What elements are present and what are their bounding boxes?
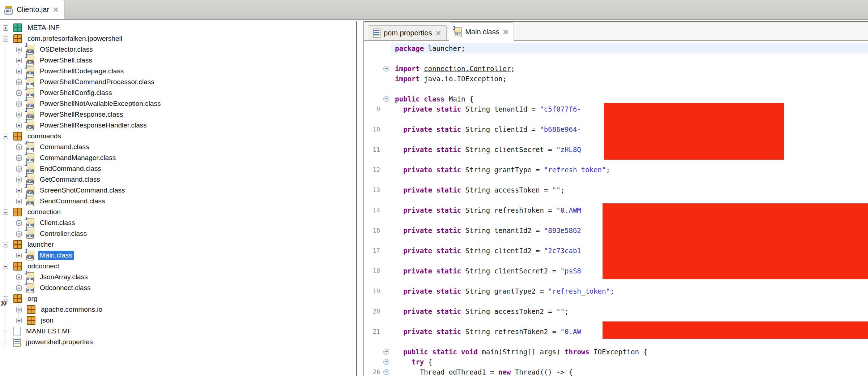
code-token: ; — [610, 287, 614, 295]
tree-item-screenshotcommand-class[interactable]: +ScreenShotCommand.class — [0, 185, 356, 196]
tree-item-commandmanager-class[interactable]: +CommandManager.class — [0, 152, 356, 163]
keyword-token: static — [436, 287, 461, 295]
tree-item-sendcommand-class[interactable]: +SendCommand.class — [0, 196, 356, 207]
fold-collapse-icon[interactable]: − — [383, 359, 389, 365]
class-file-icon — [27, 229, 34, 238]
tree-item-getcommand-class[interactable]: +GetCommand.class — [0, 174, 356, 185]
expand-toggle-icon[interactable]: + — [16, 199, 22, 204]
expand-toggle-icon[interactable]: + — [16, 58, 22, 63]
tree-item-powershellcodepage-class[interactable]: +PowerShellCodepage.class — [0, 66, 356, 77]
tree-item-label: SendCommand.class — [38, 196, 107, 206]
package-icon — [13, 132, 22, 141]
tree-item-label: json — [39, 316, 55, 325]
expand-toggle-icon[interactable]: + — [16, 220, 22, 226]
code-token: ; — [511, 65, 515, 73]
expand-toggle-icon[interactable]: + — [16, 155, 22, 161]
tree-item-label: PowerShellResponseHandler.class — [38, 121, 149, 130]
tree-item-label: OSDetector.class — [38, 45, 95, 54]
tree-item-powershellnotavailableexception-class[interactable]: +PowerShellNotAvailableException.class — [0, 98, 356, 109]
tree-item-osdetector-class[interactable]: +OSDetector.class — [0, 44, 356, 55]
code-line: package launcher; — [364, 43, 868, 53]
tree-item-jpowershell-properties[interactable]: jpowershell.properties — [0, 337, 356, 347]
expand-toggle-icon[interactable]: + — [16, 90, 22, 96]
code-token — [432, 328, 436, 336]
tree-item-odconnect[interactable]: −odconnect — [0, 261, 356, 272]
tree-item-connection[interactable]: −connection — [0, 207, 356, 217]
tree-item-apache-commons-io[interactable]: +apache.commons.io — [0, 304, 356, 315]
tree-item-commands[interactable]: −commands — [0, 131, 356, 142]
tree-item-jsonarray-class[interactable]: +JsonArray.class — [0, 272, 356, 282]
class-file-icon — [27, 66, 34, 76]
collapse-toggle-icon[interactable]: − — [3, 296, 8, 302]
tree-item-odconnect-class[interactable]: +Odconnect.class — [0, 282, 356, 293]
code-token — [432, 206, 436, 214]
package-icon — [13, 294, 22, 303]
tree-item-controller-class[interactable]: +Controller.class — [0, 228, 356, 239]
tree-item-com-profesorfalken-jpowershell[interactable]: −com.profesorfalken.jpowershell — [0, 33, 356, 44]
expand-toggle-icon[interactable]: + — [16, 285, 22, 291]
window-tab-title: Cliento.jar — [17, 5, 49, 14]
collapse-toggle-icon[interactable]: − — [3, 36, 8, 42]
expand-toggle-icon[interactable]: + — [16, 101, 22, 107]
code-token — [395, 105, 403, 113]
editor-tab-pom-properties[interactable]: pom.properties✕ — [368, 25, 447, 40]
expand-toggle-icon[interactable]: + — [16, 79, 22, 85]
expand-toggle-icon[interactable]: + — [16, 231, 22, 237]
tree-item-command-class[interactable]: +Command.class — [0, 142, 356, 152]
expand-toggle-icon[interactable]: + — [16, 144, 22, 150]
expand-toggle-icon[interactable]: + — [16, 112, 22, 117]
tree-item-org[interactable]: −org — [0, 293, 356, 304]
code-line — [364, 296, 868, 306]
expand-toggle-icon[interactable]: + — [16, 253, 22, 258]
collapse-toggle-icon[interactable]: − — [3, 242, 8, 247]
keyword-token: private — [403, 186, 432, 194]
fold-collapse-icon[interactable]: − — [383, 96, 389, 102]
tab-cliento-jar[interactable]: 010 Cliento.jar ✕ — [0, 0, 64, 19]
code-token: String grantType = — [461, 166, 544, 174]
expand-toggle-icon[interactable]: + — [16, 275, 22, 280]
tree-item-json[interactable]: +json — [0, 315, 356, 326]
code-token — [395, 226, 403, 234]
fold-collapse-icon[interactable]: − — [383, 66, 389, 72]
tree-item-endcommand-class[interactable]: +EndCommand.class — [0, 163, 356, 174]
fold-collapse-icon[interactable]: − — [383, 369, 389, 375]
string-token: "" — [552, 186, 561, 194]
redaction-block — [603, 203, 868, 279]
expand-toggle-icon[interactable]: + — [3, 25, 8, 31]
package-icon — [13, 23, 22, 32]
code-token: ; — [606, 166, 610, 174]
expand-toggle-icon[interactable]: + — [16, 318, 22, 323]
expand-toggle-icon[interactable]: + — [16, 123, 22, 128]
expand-toggle-icon[interactable]: + — [16, 69, 22, 74]
collapse-toggle-icon[interactable]: − — [3, 134, 8, 139]
package-tree-panel: +META-INF−com.profesorfalken.jpowershell… — [0, 21, 357, 376]
tree-item-powershellresponsehandler-class[interactable]: +PowerShellResponseHandler.class — [0, 120, 356, 131]
close-icon[interactable]: ✕ — [435, 30, 441, 37]
code-text: private static String grantType2 = "refr… — [391, 286, 868, 296]
tree-item-launcher[interactable]: −launcher — [0, 239, 356, 250]
collapse-toggle-icon[interactable]: − — [3, 264, 8, 269]
redaction-block — [604, 103, 784, 160]
tree-item-meta-inf[interactable]: +META-INF — [0, 22, 356, 33]
expand-toggle-icon[interactable]: + — [16, 47, 22, 52]
tree-item-main-class[interactable]: +Main.class — [0, 250, 356, 261]
keyword-token: private — [403, 328, 432, 336]
code-token: String clientSecret = — [461, 146, 556, 154]
type-link-token[interactable]: connection.Controller — [424, 65, 511, 73]
close-icon[interactable]: ✕ — [53, 6, 59, 13]
tree-item-powershellconfig-class[interactable]: +PowerShellConfig.class — [0, 87, 356, 98]
tree-item-client-class[interactable]: +Client.class — [0, 217, 356, 228]
expand-toggle-icon[interactable]: + — [16, 307, 22, 312]
tree-item-powershell-class[interactable]: +PowerShell.class — [0, 55, 356, 66]
editor-tab-main-class[interactable]: Main.class✕ — [449, 22, 514, 41]
tree-item-manifest-mf[interactable]: MANIFEST.MF — [0, 326, 356, 337]
tree-item-powershellresponse-class[interactable]: +PowerShellResponse.class — [0, 109, 356, 120]
fold-collapse-icon[interactable]: − — [383, 349, 389, 355]
expand-toggle-icon[interactable]: + — [16, 177, 22, 182]
tree-item-powershellcommandprocessor-class[interactable]: +PowerShellCommandProcessor.class — [0, 77, 356, 87]
close-icon[interactable]: ✕ — [503, 29, 509, 36]
expand-toggle-icon[interactable]: + — [16, 166, 22, 172]
expand-toggle-icon[interactable]: + — [16, 188, 22, 193]
collapse-toggle-icon[interactable]: − — [3, 209, 8, 215]
keyword-token: static — [436, 186, 461, 194]
